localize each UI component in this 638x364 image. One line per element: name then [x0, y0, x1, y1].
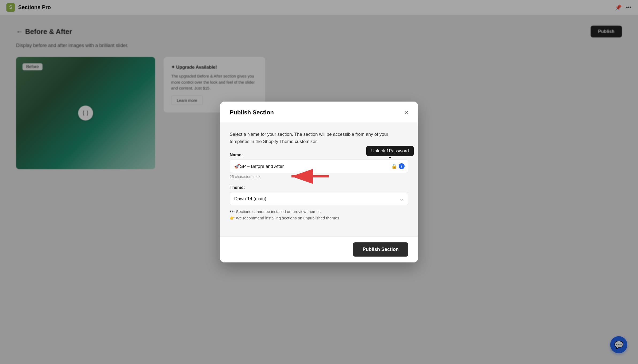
- input-icons: 🔒 i: [391, 163, 405, 169]
- modal-header: Publish Section ×: [220, 102, 418, 122]
- lock-icon: 🔒: [391, 163, 397, 169]
- theme-form-group: Theme: Dawn 14 (main)Dawn 14 (dev)Sense …: [230, 185, 408, 221]
- modal-close-button[interactable]: ×: [405, 110, 408, 115]
- theme-select[interactable]: Dawn 14 (main)Dawn 14 (dev)Sense 2.0: [230, 192, 408, 205]
- theme-notes: 👀 Sections cannot be installed on previe…: [230, 208, 408, 221]
- theme-note-2: 👉 We recommend installing sections on un…: [230, 215, 408, 221]
- modal-footer: Publish Section: [220, 236, 418, 262]
- modal-title: Publish Section: [230, 109, 274, 116]
- tooltip-text: Unlock 1Password: [371, 148, 409, 153]
- tooltip: Unlock 1Password: [366, 146, 414, 156]
- info-icon: i: [399, 163, 405, 169]
- modal-overlay[interactable]: Publish Section × Select a Name for your…: [0, 0, 638, 364]
- theme-select-wrapper: Dawn 14 (main)Dawn 14 (dev)Sense 2.0 ⌄: [230, 192, 408, 205]
- publish-section-button[interactable]: Publish Section: [353, 242, 408, 257]
- modal-description: Select a Name for your section. The sect…: [230, 131, 408, 145]
- theme-note-1: 👀 Sections cannot be installed on previe…: [230, 208, 408, 215]
- red-arrow: [286, 166, 334, 187]
